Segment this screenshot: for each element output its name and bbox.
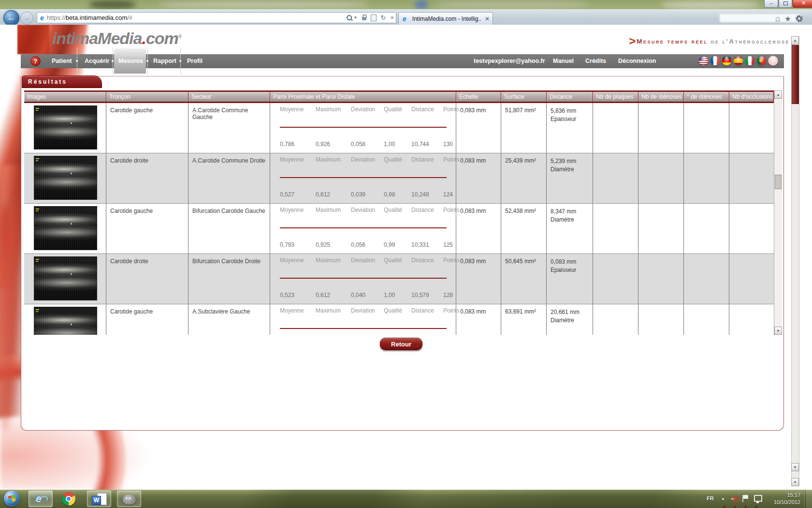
paroi-subheader: Qualité	[384, 156, 411, 163]
network-icon[interactable]	[754, 495, 762, 502]
start-button[interactable]	[4, 491, 20, 507]
paroi-value: 1,00	[384, 141, 411, 148]
table-scrollbar[interactable]: ▲ ▼	[774, 90, 782, 335]
tray-expand-icon[interactable]: ▲	[721, 496, 725, 501]
forward-button[interactable]: →	[20, 12, 33, 25]
flag-spain-icon[interactable]	[733, 56, 743, 66]
paroi-value: 0,523	[280, 292, 316, 299]
paroi-value-row: 0,5270,6120,0390,9810,248124	[280, 191, 447, 198]
deg-stenoses-cell	[684, 153, 729, 203]
nav-item-profil[interactable]: Profil	[187, 58, 203, 64]
paroi-subheader: Maximum	[316, 207, 351, 213]
language-indicator[interactable]: FR	[707, 495, 714, 501]
paroi-subheader-row: MoyenneMaximumDeviationQualitéDistancePo…	[280, 207, 447, 213]
troncon-value: Carotide gauche	[106, 304, 188, 335]
page-scrollbar-thumb[interactable]	[792, 45, 799, 104]
nb-stenoses-cell	[638, 153, 684, 203]
home-icon[interactable]: ⌂	[775, 15, 780, 23]
distance-value: 8,347 mm	[551, 208, 593, 216]
page-scroll-up-icon[interactable]: ▲	[791, 36, 799, 45]
images-cell	[24, 254, 106, 304]
show-desktop-button[interactable]	[805, 490, 812, 508]
url-text[interactable]: https://beta.intimamedia.com/#	[47, 14, 347, 21]
site-logo[interactable]: intimaMedia.com®	[52, 29, 182, 48]
frame-scroll-down-icon[interactable]: ▼	[791, 463, 799, 471]
nb-occlusions-cell	[729, 204, 774, 254]
table-row[interactable]: Carotide droite A.Carotide Commune Droit…	[24, 153, 774, 204]
paroi-subheader: Maximum	[316, 307, 351, 314]
back-button[interactable]: ←	[3, 10, 19, 25]
ultrasound-thumbnail[interactable]	[34, 307, 97, 335]
nav-link-credits[interactable]: Crédits	[585, 58, 606, 64]
taskbar-word-button[interactable]	[87, 491, 111, 507]
page-scroll-down-icon[interactable]: ▼	[791, 478, 799, 486]
paroi-value: 1,00	[384, 292, 411, 299]
nb-plaques-cell	[593, 204, 638, 254]
refresh-icon[interactable]: ↻	[381, 14, 386, 21]
compatibility-view-icon[interactable]	[371, 15, 377, 21]
tools-gear-icon[interactable]	[796, 15, 803, 22]
paroi-value: 10,744	[411, 141, 443, 148]
table-row[interactable]: Carotide gauche A.Subclavière Gauche Moy…	[24, 304, 774, 335]
flag-portugal-icon[interactable]	[756, 56, 767, 66]
flag-germany-icon[interactable]	[722, 56, 732, 66]
distance-value: 5,239 mm	[551, 157, 593, 165]
paroi-subheader-row: MoyenneMaximumDeviationQualitéDistancePo…	[280, 257, 447, 264]
help-icon[interactable]: ?	[30, 56, 41, 66]
flag-usa-icon[interactable]	[698, 56, 709, 66]
paroi-value: 0,99	[384, 241, 411, 248]
paroi-value: 0,793	[280, 241, 316, 248]
table-row[interactable]: Carotide gauche A.Carotide Commune Gauch…	[24, 103, 774, 153]
language-flags	[697, 56, 778, 66]
column-header: Echelle	[456, 92, 501, 102]
paroi-value: 0,527	[280, 191, 316, 198]
paroi-value-row: 0,7930,9250,0560,9910,331125	[280, 241, 447, 248]
deg-stenoses-cell	[684, 103, 729, 153]
nav-item-mesures[interactable]: Mesures	[118, 58, 143, 64]
ultrasound-thumbnail[interactable]	[34, 206, 97, 250]
paroi-subheader: Moyenne	[280, 156, 316, 163]
thumbnail-annotation	[36, 108, 39, 109]
wallpaper-blur	[89, 0, 135, 9]
nav-item-patient[interactable]: Patient	[52, 58, 72, 64]
retour-button[interactable]: Retour	[380, 338, 422, 350]
ultrasound-thumbnail[interactable]	[34, 256, 97, 300]
dropdown-arrow-icon[interactable]: ▼	[354, 15, 358, 20]
nav-link-manuel[interactable]: Manuel	[553, 58, 574, 64]
search-icon[interactable]	[347, 15, 352, 20]
nav-link-deconnexion[interactable]: Déconnexion	[618, 58, 656, 64]
nav-item-acquerir[interactable]: Acquérir	[85, 58, 109, 64]
taskbar-ie-button[interactable]: e	[29, 491, 53, 507]
flag-france-icon[interactable]	[710, 56, 720, 66]
taskbar-clock[interactable]: 15:17 10/10/2012	[768, 492, 800, 506]
volume-muted-icon[interactable]	[731, 495, 738, 502]
maximize-button[interactable]	[779, 0, 792, 8]
favorites-star-icon[interactable]: ★	[784, 15, 791, 23]
ultrasound-thumbnail[interactable]	[34, 105, 97, 149]
taskbar-chrome-button[interactable]	[57, 491, 81, 507]
images-cell	[24, 103, 106, 153]
action-center-flag-icon[interactable]	[743, 495, 748, 499]
stop-icon[interactable]: ×	[390, 14, 394, 21]
scroll-down-icon[interactable]: ▼	[774, 327, 782, 335]
nav-bullet	[112, 60, 114, 62]
address-bar[interactable]: e https://beta.intimamedia.com/# ▼ ↻ ×	[37, 12, 396, 23]
ultrasound-thumbnail[interactable]	[34, 156, 97, 200]
browser-tab[interactable]: e IntimaMedia.com - Intellig... ✕	[398, 12, 493, 25]
flag-italy-icon[interactable]	[745, 56, 755, 66]
minimize-button[interactable]: –	[764, 0, 778, 8]
table-row[interactable]: Carotide gauche Bifurcation Carotide Gau…	[24, 204, 774, 254]
tab-close-icon[interactable]: ✕	[485, 15, 490, 22]
scroll-up-icon[interactable]: ▲	[774, 90, 782, 99]
close-button[interactable]: ✕	[793, 0, 812, 8]
internet-explorer-icon: e	[36, 493, 42, 505]
nb-stenoses-cell	[638, 204, 684, 254]
column-header: Surface	[501, 92, 547, 102]
table-scrollbar-thumb[interactable]	[775, 175, 782, 189]
nav-item-rapport[interactable]: Rapport	[153, 58, 176, 64]
site-tagline: >Mesure temps réel de l'Athérosclérose	[629, 34, 790, 48]
table-row[interactable]: Carotide droite Bifurcation Carotide Dro…	[24, 254, 774, 304]
paroi-subheader: Deviation	[351, 257, 384, 264]
paroi-subheader-row: MoyenneMaximumDeviationQualitéDistancePo…	[280, 156, 447, 163]
taskbar-gimp-button[interactable]	[117, 491, 141, 507]
